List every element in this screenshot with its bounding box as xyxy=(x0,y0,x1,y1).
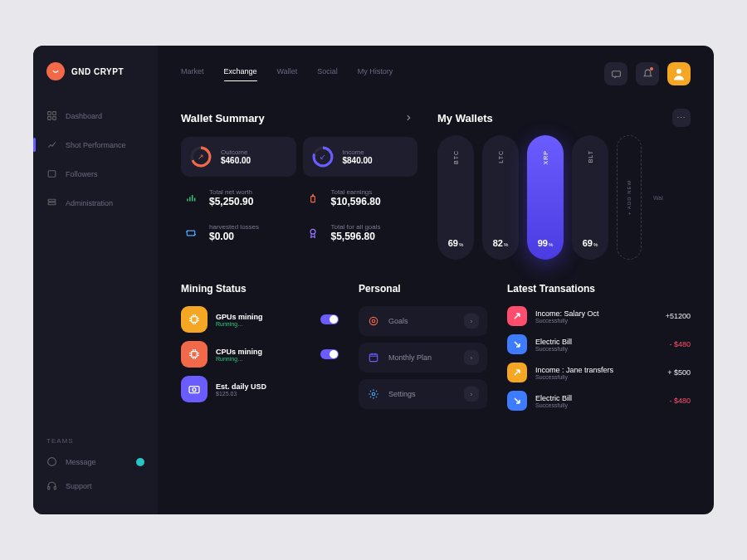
chart-icon xyxy=(46,139,57,150)
sidebar-item-performance[interactable]: Shot Performance xyxy=(33,133,158,157)
transaction-item[interactable]: Income: Salary Oct Successfully +51200 xyxy=(507,306,691,326)
message-icon xyxy=(46,456,57,467)
mining-item-title: Est. daily USD xyxy=(216,382,266,391)
topnav-item-history[interactable]: My History xyxy=(358,67,393,81)
sidebar-item-administration[interactable]: Administration xyxy=(33,191,158,215)
wallet-percent: 69% xyxy=(583,238,598,248)
transactions-section: Latest Transations Income: Salary Oct Su… xyxy=(507,283,691,419)
add-wallet-button[interactable]: + ADD NEW xyxy=(617,135,642,260)
svg-point-7 xyxy=(48,458,56,466)
personal-item-goals[interactable]: Goals › xyxy=(359,306,487,336)
wallet-pill-xrp[interactable]: XRP 99% xyxy=(527,135,564,260)
wallet-symbol: LTC xyxy=(498,150,504,163)
user-avatar[interactable] xyxy=(667,62,691,85)
topnav-item-wallet[interactable]: Wallet xyxy=(277,67,298,81)
dots-icon: ⋯ xyxy=(676,113,686,124)
transaction-icon xyxy=(507,334,527,354)
wallet-pill-btc[interactable]: BTC 69% xyxy=(437,135,474,260)
svg-rect-25 xyxy=(369,354,377,362)
svg-rect-0 xyxy=(48,112,51,115)
mining-item: GPUs mining Running… xyxy=(181,306,339,333)
stat-icon xyxy=(181,223,201,243)
personal-item-icon xyxy=(367,314,380,328)
income-ring-icon: ↙ xyxy=(311,145,334,168)
outcome-ring-icon: ↗ xyxy=(189,145,212,168)
topnav-item-market[interactable]: Market xyxy=(181,67,204,81)
stat-value: $5,250.90 xyxy=(209,196,253,207)
brand-name: GND CRYPT xyxy=(71,67,124,76)
avatar-icon xyxy=(671,66,686,81)
users-icon xyxy=(46,168,57,179)
stat-value: $0.00 xyxy=(209,231,259,242)
income-label: Income xyxy=(343,149,373,156)
topnav-item-exchange[interactable]: Exchange xyxy=(224,67,257,81)
transaction-item[interactable]: Income : Jane transfers Successfully + $… xyxy=(507,363,691,382)
wallet-pill-blt[interactable]: BLT 69% xyxy=(572,135,608,260)
transaction-item[interactable]: Electric Bill Successfully - $480 xyxy=(507,391,691,411)
notification-dot-icon xyxy=(650,67,653,71)
svg-rect-5 xyxy=(48,199,56,202)
stat-item: Total for all goals $5,596.80 xyxy=(303,223,418,243)
sidebar-item-label: Followers xyxy=(66,170,98,178)
topnav-item-social[interactable]: Social xyxy=(317,67,338,81)
outcome-card[interactable]: ↗ Outcome $460.00 xyxy=(181,137,296,177)
wallet-pill-ltc[interactable]: LTC 82% xyxy=(482,135,519,260)
sidebar-item-message[interactable]: Message xyxy=(33,450,158,474)
personal-title: Personal xyxy=(359,283,487,295)
sidebar-item-label: Administration xyxy=(66,199,113,207)
wallet-summary-expand-button[interactable] xyxy=(399,109,417,127)
stat-label: Total for all goals xyxy=(331,223,381,231)
svg-point-23 xyxy=(369,317,377,324)
chip-icon xyxy=(181,341,208,368)
transaction-title: Electric Bill xyxy=(535,338,572,346)
wallet-percent: 82% xyxy=(493,238,509,248)
transaction-status: Successfully xyxy=(535,346,572,352)
stat-label: harvested losses xyxy=(209,223,259,231)
mining-item-status: Running… xyxy=(216,321,263,327)
wallet-percent: 69% xyxy=(448,238,464,248)
transaction-title: Income : Jane transfers xyxy=(535,366,613,374)
chevron-right-icon: › xyxy=(464,387,479,402)
svg-rect-3 xyxy=(53,117,56,120)
chevron-right-icon: › xyxy=(464,350,479,365)
chevron-right-icon xyxy=(404,114,413,122)
chip-icon xyxy=(181,306,208,333)
svg-rect-21 xyxy=(189,387,199,393)
mining-toggle[interactable] xyxy=(320,314,339,324)
layers-icon xyxy=(46,197,57,208)
my-wallets-title: My Wallets xyxy=(437,112,493,124)
transaction-item[interactable]: Electric Bill Successfully - $480 xyxy=(507,334,691,354)
svg-rect-19 xyxy=(192,317,198,323)
personal-item-monthly-plan[interactable]: Monthly Plan › xyxy=(359,343,487,373)
svg-point-26 xyxy=(372,392,375,396)
arrow-up-right-icon: ↗ xyxy=(189,145,212,168)
mining-toggle[interactable] xyxy=(320,349,339,359)
sidebar-item-label: Dashboard xyxy=(66,112,102,120)
wallets-more-button[interactable]: ⋯ xyxy=(672,109,691,127)
grid-icon xyxy=(46,110,57,121)
mining-item-status: $125.03 xyxy=(216,391,266,397)
mining-title: Mining Status xyxy=(181,283,339,295)
wallets-side-label: Wal xyxy=(653,195,663,201)
stat-item: Total net worth $5,250.90 xyxy=(181,188,296,208)
sidebar-item-followers[interactable]: Followers xyxy=(33,162,158,186)
message-badge-icon xyxy=(136,458,144,466)
personal-item-settings[interactable]: Settings › xyxy=(359,379,487,409)
wallet-symbol: BTC xyxy=(453,150,459,164)
camera-icon xyxy=(181,376,208,402)
personal-item-icon xyxy=(367,351,380,364)
notifications-button[interactable] xyxy=(636,62,659,85)
svg-point-18 xyxy=(310,229,315,234)
svg-rect-8 xyxy=(48,487,50,489)
svg-point-11 xyxy=(676,69,681,74)
sidebar-item-dashboard[interactable]: Dashboard xyxy=(33,104,158,128)
mining-status-section: Mining Status GPUs mining Running… CPUs … xyxy=(181,283,339,419)
wallet-summary-title: Wallet Summary xyxy=(181,112,265,124)
messages-button[interactable] xyxy=(604,62,627,85)
svg-rect-2 xyxy=(48,117,51,120)
stat-icon xyxy=(303,188,323,208)
mining-item: CPUs mining Running… xyxy=(181,341,339,368)
income-card[interactable]: ↙ Income $840.00 xyxy=(303,137,418,177)
income-value: $840.00 xyxy=(343,156,373,165)
sidebar-item-support[interactable]: Support xyxy=(33,474,158,498)
